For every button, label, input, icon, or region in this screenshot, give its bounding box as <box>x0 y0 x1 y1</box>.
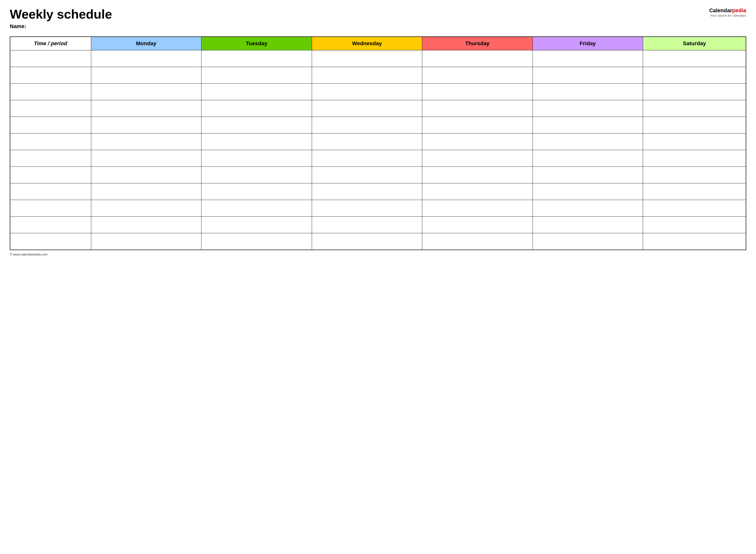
cell-wednesday[interactable] <box>312 217 422 233</box>
schedule-table: Time / period Monday Tuesday Wednesday T… <box>10 37 746 250</box>
cell-wednesday[interactable] <box>312 133 422 150</box>
cell-saturday[interactable] <box>643 217 746 233</box>
cell-wednesday[interactable] <box>312 100 422 117</box>
cell-monday[interactable] <box>91 50 202 67</box>
cell-friday[interactable] <box>533 117 643 133</box>
cell-friday[interactable] <box>533 50 643 67</box>
cell-monday[interactable] <box>91 100 202 117</box>
cell-thursday[interactable] <box>422 200 533 217</box>
cell-saturday[interactable] <box>643 150 746 167</box>
cell-friday[interactable] <box>533 84 643 100</box>
cell-time[interactable] <box>10 217 91 233</box>
header-row: Time / period Monday Tuesday Wednesday T… <box>10 37 746 50</box>
cell-time[interactable] <box>10 67 91 84</box>
cell-monday[interactable] <box>91 133 202 150</box>
cell-thursday[interactable] <box>422 233 533 250</box>
cell-saturday[interactable] <box>643 67 746 84</box>
cell-monday[interactable] <box>91 167 202 183</box>
cell-thursday[interactable] <box>422 167 533 183</box>
cell-thursday[interactable] <box>422 117 533 133</box>
table-row <box>10 183 746 200</box>
cell-monday[interactable] <box>91 84 202 100</box>
cell-tuesday[interactable] <box>202 117 312 133</box>
cell-monday[interactable] <box>91 217 202 233</box>
cell-saturday[interactable] <box>643 183 746 200</box>
table-row <box>10 100 746 117</box>
cell-monday[interactable] <box>91 117 202 133</box>
cell-tuesday[interactable] <box>202 133 312 150</box>
cell-monday[interactable] <box>91 67 202 84</box>
cell-time[interactable] <box>10 167 91 183</box>
cell-time[interactable] <box>10 100 91 117</box>
cell-friday[interactable] <box>533 217 643 233</box>
cell-tuesday[interactable] <box>202 84 312 100</box>
cell-saturday[interactable] <box>643 117 746 133</box>
cell-time[interactable] <box>10 200 91 217</box>
cell-thursday[interactable] <box>422 133 533 150</box>
cell-wednesday[interactable] <box>312 67 422 84</box>
cell-thursday[interactable] <box>422 100 533 117</box>
table-header: Time / period Monday Tuesday Wednesday T… <box>10 37 746 50</box>
cell-saturday[interactable] <box>643 100 746 117</box>
table-row <box>10 133 746 150</box>
cell-time[interactable] <box>10 183 91 200</box>
cell-tuesday[interactable] <box>202 233 312 250</box>
col-header-wednesday: Wednesday <box>312 37 422 50</box>
cell-friday[interactable] <box>533 200 643 217</box>
cell-friday[interactable] <box>533 233 643 250</box>
cell-tuesday[interactable] <box>202 150 312 167</box>
cell-saturday[interactable] <box>643 233 746 250</box>
cell-time[interactable] <box>10 84 91 100</box>
col-header-tuesday: Tuesday <box>202 37 312 50</box>
cell-thursday[interactable] <box>422 84 533 100</box>
table-row <box>10 67 746 84</box>
cell-wednesday[interactable] <box>312 233 422 250</box>
cell-monday[interactable] <box>91 150 202 167</box>
cell-wednesday[interactable] <box>312 200 422 217</box>
cell-friday[interactable] <box>533 167 643 183</box>
cell-wednesday[interactable] <box>312 117 422 133</box>
cell-thursday[interactable] <box>422 150 533 167</box>
cell-time[interactable] <box>10 150 91 167</box>
cell-saturday[interactable] <box>643 200 746 217</box>
logo-pedia: pedia <box>732 7 746 13</box>
cell-wednesday[interactable] <box>312 50 422 67</box>
cell-wednesday[interactable] <box>312 150 422 167</box>
cell-friday[interactable] <box>533 183 643 200</box>
cell-wednesday[interactable] <box>312 183 422 200</box>
cell-friday[interactable] <box>533 150 643 167</box>
table-row <box>10 167 746 183</box>
cell-monday[interactable] <box>91 200 202 217</box>
name-label: Name: <box>10 23 112 30</box>
cell-tuesday[interactable] <box>202 100 312 117</box>
cell-monday[interactable] <box>91 183 202 200</box>
cell-friday[interactable] <box>533 67 643 84</box>
cell-tuesday[interactable] <box>202 50 312 67</box>
cell-saturday[interactable] <box>643 50 746 67</box>
cell-tuesday[interactable] <box>202 200 312 217</box>
cell-time[interactable] <box>10 233 91 250</box>
cell-thursday[interactable] <box>422 217 533 233</box>
cell-saturday[interactable] <box>643 133 746 150</box>
cell-thursday[interactable] <box>422 50 533 67</box>
cell-friday[interactable] <box>533 100 643 117</box>
cell-tuesday[interactable] <box>202 183 312 200</box>
table-row <box>10 84 746 100</box>
cell-saturday[interactable] <box>643 84 746 100</box>
footer-url: © www.calendarpedia.com <box>10 253 47 256</box>
table-row <box>10 117 746 133</box>
cell-wednesday[interactable] <box>312 167 422 183</box>
cell-friday[interactable] <box>533 133 643 150</box>
cell-tuesday[interactable] <box>202 217 312 233</box>
logo-section: Calendarpedia Your source for calendars <box>709 7 746 17</box>
cell-monday[interactable] <box>91 233 202 250</box>
cell-saturday[interactable] <box>643 167 746 183</box>
cell-wednesday[interactable] <box>312 84 422 100</box>
cell-tuesday[interactable] <box>202 167 312 183</box>
cell-time[interactable] <box>10 117 91 133</box>
cell-time[interactable] <box>10 50 91 67</box>
cell-tuesday[interactable] <box>202 67 312 84</box>
cell-thursday[interactable] <box>422 67 533 84</box>
cell-thursday[interactable] <box>422 183 533 200</box>
cell-time[interactable] <box>10 133 91 150</box>
